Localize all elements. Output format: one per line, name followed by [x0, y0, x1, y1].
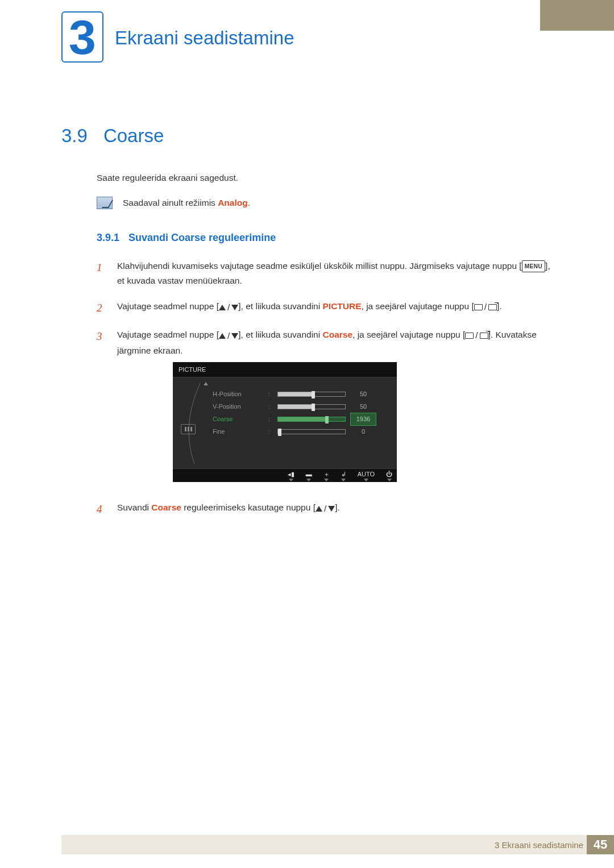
auto-label: AUTO	[358, 471, 375, 478]
text-fragment: ], et liikuda suvandini	[238, 301, 322, 311]
note-prefix: Saadaval ainult režiimis	[123, 198, 218, 207]
text-fragment: ], et liikuda suvandini	[238, 330, 322, 339]
osd-power-button: ⏻	[386, 471, 392, 481]
colon: :	[268, 414, 273, 425]
section-number: 3.9	[61, 125, 88, 147]
osd-auto-button: AUTO	[358, 471, 375, 481]
text-fragment: , ja seejärel vajutage nuppu [	[352, 330, 465, 339]
osd-header: PICTURE	[173, 362, 397, 378]
step-3: 3 Vajutage seadmel nuppe [ / ], et liiku…	[97, 327, 553, 490]
osd-enter-button: ↲	[341, 471, 346, 481]
osd-value: 1936	[350, 413, 376, 426]
osd-label: H-Position	[213, 389, 264, 400]
osd-plus-button: ＋	[323, 471, 330, 481]
step-4: 4 Suvandi Coarse reguleerimiseks kasutag…	[97, 500, 553, 518]
step-number: 2	[97, 299, 106, 317]
colon: :	[268, 401, 273, 412]
osd-row-vposition: V-Position : 50	[210, 400, 397, 413]
osd-row-hposition: H-Position : 50	[210, 388, 397, 400]
text-fragment: Vajutage seadmel nuppe [	[117, 330, 219, 339]
up-down-arrows-icon: /	[219, 329, 238, 343]
footer-chapter-label: 3 Ekraani seadistamine	[495, 840, 583, 850]
osd-screenshot: PICTURE H-Position :	[173, 362, 553, 483]
step-1: 1 Klahvijuhendi kuvamiseks vajutage sead…	[97, 259, 553, 289]
curve-decoration	[184, 380, 207, 465]
osd-slider	[277, 404, 346, 409]
plus-icon: ＋	[323, 471, 330, 478]
text-fragment: reguleerimiseks kasutage nuppu [	[181, 502, 316, 512]
osd-sidebar	[173, 380, 210, 455]
osd-label: V-Position	[213, 401, 264, 412]
note-row: Saadaval ainult režiimis Analog.	[97, 197, 553, 209]
source-enter-icon: /	[465, 328, 488, 343]
osd-slider	[277, 429, 346, 434]
osd-value: 50	[350, 388, 376, 400]
step-text: Vajutage seadmel nuppe [ / ], et liikuda…	[117, 299, 553, 317]
osd-row-coarse: Coarse : 1936	[210, 413, 397, 425]
note-text: Saadaval ainult režiimis Analog.	[123, 198, 250, 208]
source-enter-icon: /	[474, 300, 497, 314]
osd-back-button: ◂▮	[288, 471, 294, 481]
osd-value: 50	[350, 401, 376, 413]
subsection-title: Suvandi Coarse reguleerimine	[128, 232, 276, 244]
page-footer: 3 Ekraani seadistamine 45	[61, 835, 614, 854]
back-icon: ◂▮	[288, 471, 294, 478]
osd-value: 0	[350, 426, 376, 438]
menu-button-label: MENU	[522, 260, 545, 272]
osd-rows: H-Position : 50 V-Position : 50	[210, 380, 397, 455]
chapter-number: 3	[69, 13, 96, 61]
section-title: Coarse	[103, 125, 164, 147]
footer-page-number: 45	[587, 835, 614, 854]
top-corner-strip	[540, 0, 614, 31]
colon: :	[268, 389, 273, 400]
chapter-number-box: 3	[61, 11, 103, 63]
highlight-coarse: Coarse	[322, 330, 352, 339]
enter-icon: ↲	[341, 471, 346, 478]
osd-slider	[277, 392, 346, 397]
step-text: Klahvijuhendi kuvamiseks vajutage seadme…	[117, 259, 553, 289]
osd-body: H-Position : 50 V-Position : 50	[173, 377, 397, 468]
step-2: 2 Vajutage seadmel nuppe [ / ], et liiku…	[97, 299, 553, 317]
subsection-heading: 3.9.1 Suvandi Coarse reguleerimine	[97, 232, 553, 244]
step-text: Suvandi Coarse reguleerimiseks kasutage …	[117, 500, 553, 518]
note-icon	[97, 197, 113, 209]
step-number: 4	[97, 500, 106, 518]
note-highlight: Analog	[218, 198, 248, 207]
highlight-coarse: Coarse	[151, 502, 181, 512]
power-icon: ⏻	[386, 471, 392, 478]
subsection-number: 3.9.1	[97, 232, 119, 244]
text-fragment: ].	[335, 502, 340, 512]
minus-icon: ▬	[306, 471, 312, 478]
steps-list: 1 Klahvijuhendi kuvamiseks vajutage sead…	[97, 259, 553, 518]
osd-slider	[277, 417, 346, 422]
osd-row-fine: Fine : 0	[210, 425, 397, 438]
step-number: 3	[97, 327, 106, 490]
section-intro: Saate reguleerida ekraani sagedust.	[97, 173, 553, 183]
osd-label: Fine	[213, 426, 264, 437]
text-fragment: Vajutage seadmel nuppe [	[117, 301, 219, 311]
chapter-title: Ekraani seadistamine	[115, 27, 294, 49]
text-fragment: Suvandi	[117, 502, 151, 512]
step-number: 1	[97, 259, 106, 289]
osd-minus-button: ▬	[306, 471, 312, 481]
step-text: Vajutage seadmel nuppe [ / ], et liikuda…	[117, 327, 553, 490]
osd-label: Coarse	[213, 414, 264, 425]
colon: :	[268, 426, 273, 437]
picture-category-icon	[181, 424, 196, 434]
up-down-arrows-icon: /	[219, 300, 238, 315]
osd-footer: ◂▮ ▬ ＋ ↲ AUTO ⏻	[173, 468, 397, 482]
highlight-picture: PICTURE	[322, 301, 361, 311]
text-fragment: Klahvijuhendi kuvamiseks vajutage seadme…	[117, 261, 522, 271]
osd-panel: PICTURE H-Position :	[173, 362, 397, 483]
up-down-arrows-icon: /	[316, 501, 335, 516]
section-heading: 3.9 Coarse	[61, 125, 553, 147]
text-fragment: , ja seejärel vajutage nuppu [	[362, 301, 474, 311]
note-suffix: .	[248, 198, 250, 207]
